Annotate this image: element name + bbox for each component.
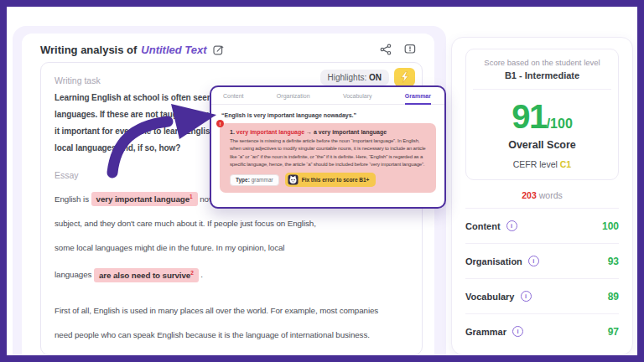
error-sentence-quote: “English is very important language nowa… xyxy=(221,112,434,118)
essay-paragraph-2: First of all, English is used in many pl… xyxy=(55,298,408,355)
error-detail-popup: ContentOrganizationVocabularyGrammar “En… xyxy=(210,85,446,209)
essay-line: languages are also need to survive2 . xyxy=(55,260,408,287)
edit-title-icon[interactable] xyxy=(213,44,224,55)
metric-row-content: Contenti100 xyxy=(465,209,619,244)
error-count-badge: ! xyxy=(216,120,224,127)
score-number: 91 xyxy=(512,98,547,135)
lightning-icon xyxy=(400,71,409,83)
score-denominator: /100 xyxy=(547,116,573,131)
info-icon[interactable]: i xyxy=(512,326,523,337)
fix-error-button[interactable]: Fix this error to score B1+ xyxy=(285,173,377,187)
metric-label: Organisation xyxy=(465,256,522,266)
error-correct-text: a very important language xyxy=(314,129,387,135)
word-count: 203 xyxy=(522,190,537,200)
metric-label: Content xyxy=(465,221,501,231)
metric-row-vocabulary: Vocabularyi89 xyxy=(465,279,619,314)
highlighted-error-text[interactable]: informations3 xyxy=(152,354,214,355)
word-count-line: 203 words xyxy=(465,190,619,200)
highlights-state: ON xyxy=(369,73,382,82)
metric-row-grammar: Grammari97 xyxy=(465,314,619,349)
essay-line: some local languages might die in the fu… xyxy=(55,235,408,260)
essay-text: First of all, English is used in many pl… xyxy=(55,306,378,315)
error-explanation: The sentence is missing a definite artic… xyxy=(230,137,428,168)
highlighted-error-text[interactable]: very important language1 xyxy=(91,192,198,206)
essay-text: need people who can speak English becaus… xyxy=(55,330,370,339)
error-wrong-text: very important language xyxy=(236,129,304,135)
overall-score-value: 91/100 xyxy=(473,100,611,133)
essay-line: subject, and they don't care much about … xyxy=(55,211,408,235)
metric-value: 100 xyxy=(602,220,619,232)
arrow-glyph: → xyxy=(304,129,314,135)
highlights-toggle[interactable]: Highlights: ON xyxy=(320,70,389,85)
metric-value: 89 xyxy=(608,291,619,303)
tab-content[interactable]: Content xyxy=(223,93,244,104)
highlights-label: Highlights: xyxy=(328,73,367,82)
feedback-icon[interactable] xyxy=(404,44,416,55)
cefr-label: CEFR level xyxy=(513,159,560,169)
essay-text: English is xyxy=(55,194,91,204)
type-value: grammar xyxy=(250,177,273,183)
highlighted-error-text[interactable]: are also need to survive2 xyxy=(94,268,199,282)
essay-line: Also, people can find more informations3… xyxy=(55,347,408,355)
error-type-chip: Type: grammar xyxy=(230,174,279,186)
fix-button-label: Fix this error to score B1+ xyxy=(302,177,370,183)
error-number: 1 xyxy=(190,194,193,199)
error-number: 2 xyxy=(190,269,194,275)
page-title: Writing analysis of xyxy=(40,44,137,56)
essay-text: subject, and they don't care much about … xyxy=(55,219,316,228)
highlights-row: Highlights: ON xyxy=(320,68,415,86)
score-panel: Score based on the student level B1 - In… xyxy=(451,37,633,355)
metrics-list: Contenti100Organisationi93Vocabularyi89G… xyxy=(465,208,619,349)
info-icon[interactable]: i xyxy=(506,220,517,231)
metric-row-organisation: Organisationi93 xyxy=(465,244,619,279)
cefr-line: CEFR level C1 xyxy=(473,159,611,169)
score-box: Score based on the student level B1 - In… xyxy=(465,49,619,180)
score-subtitle: Score based on the student level xyxy=(473,58,611,67)
metric-label: Vocabulary xyxy=(465,292,515,302)
student-level: B1 - Intermediate xyxy=(473,70,611,90)
share-icon[interactable] xyxy=(380,44,392,55)
info-icon[interactable]: i xyxy=(528,256,539,266)
info-icon[interactable]: i xyxy=(521,291,532,302)
tab-vocabulary[interactable]: Vocabulary xyxy=(343,93,372,104)
title-row: Writing analysis of Untitled Text xyxy=(40,42,416,57)
essay-text: . xyxy=(199,271,203,280)
error-index: 1. xyxy=(230,129,236,135)
metric-value: 97 xyxy=(608,326,619,338)
words-label: words xyxy=(537,190,563,200)
document-title[interactable]: Untitled Text xyxy=(141,44,206,56)
popup-tabs: ContentOrganizationVocabularyGrammar xyxy=(211,87,444,105)
mascot-icon xyxy=(288,174,299,185)
essay-text: languages xyxy=(55,271,94,280)
error-card: ! 1. very important language → a very im… xyxy=(220,123,436,193)
metric-label: Grammar xyxy=(465,327,506,337)
type-label: Type: xyxy=(236,177,250,183)
metric-value: 93 xyxy=(608,256,619,267)
essay-line: First of all, English is used in many pl… xyxy=(55,298,408,323)
lightning-button[interactable] xyxy=(394,68,415,86)
tab-organization[interactable]: Organization xyxy=(277,93,310,104)
error-actions: Type: grammar Fix this error to score B1… xyxy=(230,173,428,187)
cefr-value: C1 xyxy=(560,159,571,169)
tab-grammar[interactable]: Grammar xyxy=(405,93,431,105)
overall-score-label: Overall Score xyxy=(473,139,611,151)
error-correction-line: 1. very important language → a very impo… xyxy=(230,129,428,135)
title-actions xyxy=(380,44,416,55)
essay-line: need people who can speak English becaus… xyxy=(55,323,408,347)
essay-text: some local languages might die in the fu… xyxy=(55,243,284,252)
